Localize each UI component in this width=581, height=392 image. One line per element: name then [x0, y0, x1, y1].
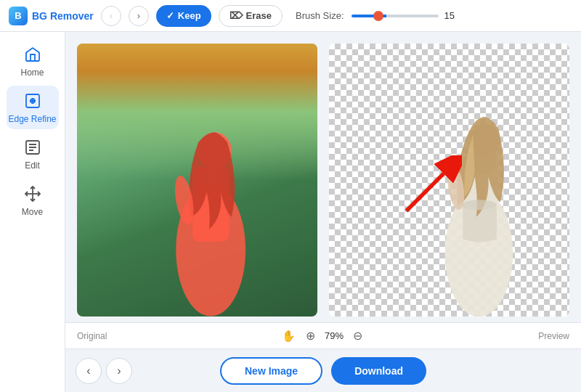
- undo-button[interactable]: ‹: [101, 6, 121, 26]
- cutout-person: [425, 71, 533, 317]
- erase-button[interactable]: ⌦ Erase: [219, 5, 283, 27]
- zoom-controls: ✋ ⊕ 79% ⊖: [281, 328, 365, 344]
- edit-icon: [23, 137, 43, 158]
- sidebar: Home Edge Refine Edit Move: [0, 32, 65, 392]
- sidebar-item-home[interactable]: Home: [7, 39, 59, 83]
- zoom-in-button[interactable]: ⊕: [303, 328, 319, 344]
- sidebar-item-move-label: Move: [22, 207, 43, 217]
- original-panel: [77, 44, 317, 317]
- edge-refine-icon: [23, 91, 43, 111]
- status-bar: Original ✋ ⊕ 79% ⊖ Preview: [65, 322, 581, 348]
- new-image-button[interactable]: New Image: [220, 357, 322, 385]
- hand-tool-button[interactable]: ✋: [281, 328, 297, 344]
- next-button[interactable]: ›: [106, 358, 132, 384]
- person-silhouette: [145, 84, 277, 317]
- erase-icon: ⌦: [229, 10, 243, 21]
- home-icon: [23, 44, 43, 65]
- app-logo: B BG Remover: [9, 7, 94, 25]
- app-name: BG Remover: [32, 10, 94, 22]
- preview-image: [329, 44, 569, 317]
- logo-icon: B: [9, 7, 28, 25]
- canvas-area: [65, 32, 581, 322]
- keep-button[interactable]: ✓ Keep: [156, 5, 211, 27]
- topbar: B BG Remover ‹ › ✓ Keep ⌦ Erase Brush Si…: [0, 0, 581, 32]
- preview-panel: [329, 44, 569, 317]
- brush-size-label: Brush Size:: [296, 10, 344, 21]
- move-icon: [23, 184, 43, 204]
- redo-button[interactable]: ›: [129, 6, 149, 26]
- brush-size-value: 15: [444, 10, 459, 21]
- sidebar-item-edge-refine[interactable]: Edge Refine: [7, 86, 59, 129]
- zoom-value: 79%: [325, 330, 344, 341]
- download-button[interactable]: Download: [331, 357, 426, 385]
- preview-label: Preview: [538, 331, 569, 341]
- sidebar-item-home-label: Home: [20, 68, 44, 78]
- brush-size-slider[interactable]: [352, 15, 439, 17]
- keep-checkmark-icon: ✓: [166, 10, 174, 21]
- action-bar: ‹ › New Image Download: [65, 348, 581, 392]
- main-content: Original ✋ ⊕ 79% ⊖ Preview ‹ › New Image…: [65, 32, 581, 392]
- svg-point-14: [461, 200, 497, 210]
- sidebar-item-edge-refine-label: Edge Refine: [8, 114, 56, 124]
- prev-button[interactable]: ‹: [76, 358, 102, 384]
- brush-slider-wrap: 15: [352, 10, 459, 21]
- sidebar-item-edit[interactable]: Edit: [7, 132, 59, 176]
- zoom-out-button[interactable]: ⊖: [349, 328, 365, 344]
- original-image: [77, 44, 317, 317]
- sidebar-item-move[interactable]: Move: [7, 179, 59, 222]
- sidebar-item-edit-label: Edit: [25, 160, 40, 171]
